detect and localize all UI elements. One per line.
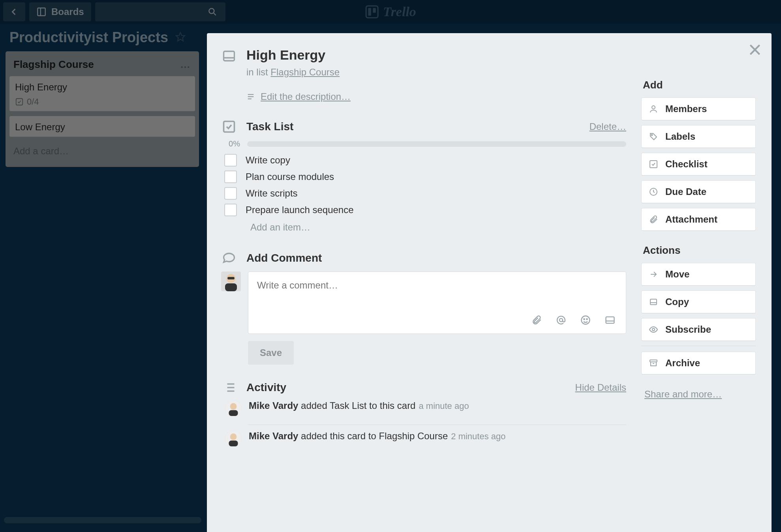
svg-rect-19 — [227, 277, 235, 279]
svg-point-20 — [559, 318, 563, 322]
svg-rect-40 — [650, 161, 657, 168]
svg-rect-24 — [606, 317, 614, 323]
checklist-item-label: Plan course modules — [246, 171, 334, 182]
close-icon — [747, 42, 763, 58]
edit-description[interactable]: Edit the description… — [246, 91, 626, 102]
svg-point-44 — [652, 328, 655, 331]
activity-text: added this card to Flagship Course — [298, 431, 448, 441]
attachment-button[interactable]: Attachment — [641, 208, 756, 231]
card-modal: High Energy in list Flagship Course Edit… — [207, 33, 772, 532]
emoji-icon[interactable] — [580, 315, 591, 327]
eye-icon — [649, 325, 658, 334]
divider — [641, 346, 756, 346]
svg-point-23 — [586, 319, 587, 320]
arrow-right-icon — [649, 270, 658, 279]
comment-input[interactable] — [248, 272, 626, 310]
svg-rect-42 — [650, 299, 657, 305]
user-avatar[interactable] — [225, 400, 242, 417]
archive-icon — [649, 358, 658, 368]
add-section-title: Add — [643, 79, 756, 91]
checklist-progress: 0% — [221, 139, 626, 148]
comment-box — [248, 272, 626, 334]
modal-main: High Energy in list Flagship Course Edit… — [221, 47, 626, 532]
svg-point-33 — [230, 403, 237, 410]
checklist-checkbox[interactable] — [224, 204, 237, 216]
activity-time: 2 minutes ago — [451, 431, 505, 441]
progress-percent: 0% — [221, 139, 240, 148]
save-comment-button[interactable]: Save — [248, 341, 294, 365]
user-avatar[interactable] — [221, 272, 241, 291]
mention-icon[interactable] — [556, 315, 567, 327]
activity-user[interactable]: Mike Vardy — [249, 431, 298, 441]
activity-user[interactable]: Mike Vardy — [249, 400, 298, 411]
checklist-item[interactable]: Plan course modules — [224, 170, 626, 183]
checklist-checkbox[interactable] — [224, 187, 237, 200]
edit-description-label: Edit the description… — [261, 91, 351, 102]
activity-item: Mike Vardy added Task List to this carda… — [225, 400, 626, 417]
user-avatar[interactable] — [225, 431, 242, 447]
activity-title: Activity — [246, 381, 566, 394]
attachment-icon — [649, 215, 658, 224]
actions-section-title: Actions — [643, 244, 756, 257]
add-comment-title: Add Comment — [246, 252, 626, 264]
in-list-link[interactable]: Flagship Course — [270, 67, 340, 77]
due-date-button[interactable]: Due Date — [641, 180, 756, 203]
clock-icon — [649, 187, 658, 197]
card-icon[interactable] — [605, 315, 616, 327]
checklist-checkbox[interactable] — [224, 154, 237, 167]
checklist-item-label: Write scripts — [246, 188, 298, 199]
svg-point-22 — [584, 319, 584, 320]
close-button[interactable] — [747, 42, 763, 59]
copy-button[interactable]: Copy — [641, 290, 756, 313]
svg-rect-18 — [225, 283, 237, 291]
attach-icon[interactable] — [531, 315, 542, 327]
checklist-item-label: Prepare launch sequence — [246, 204, 354, 215]
svg-point-36 — [230, 433, 237, 440]
comment-icon — [221, 251, 237, 265]
share-and-more[interactable]: Share and more… — [644, 389, 722, 400]
activity-text: added Task List to this card — [298, 400, 415, 411]
progress-bar — [247, 141, 626, 147]
checklist-item[interactable]: Write copy — [224, 154, 626, 167]
checklist-item-label: Write copy — [246, 155, 290, 166]
svg-rect-11 — [224, 51, 235, 61]
activity-time: a minute ago — [419, 401, 469, 411]
modal-card-title[interactable]: High Energy — [246, 47, 340, 63]
svg-rect-37 — [229, 440, 238, 446]
checklist-item[interactable]: Prepare launch sequence — [224, 204, 626, 216]
add-checklist-item[interactable]: Add an item… — [250, 222, 626, 233]
subscribe-button[interactable]: Subscribe — [641, 318, 756, 341]
members-button[interactable]: Members — [641, 97, 756, 120]
checklist-button[interactable]: Checklist — [641, 153, 756, 176]
in-list-text: in list Flagship Course — [246, 67, 340, 78]
members-icon — [649, 104, 658, 114]
labels-button[interactable]: Labels — [641, 125, 756, 148]
checklist-title[interactable]: Task List — [246, 120, 580, 133]
checklist-icon — [221, 120, 237, 134]
delete-checklist[interactable]: Delete… — [590, 121, 626, 132]
activity-icon — [221, 380, 237, 395]
hide-details[interactable]: Hide Details — [575, 382, 626, 393]
checklist-icon — [649, 159, 658, 169]
archive-button[interactable]: Archive — [641, 352, 756, 375]
divider — [248, 425, 626, 425]
checklist-checkbox[interactable] — [224, 170, 237, 183]
svg-point-21 — [582, 316, 590, 324]
move-button[interactable]: Move — [641, 263, 756, 286]
description-icon — [246, 92, 255, 101]
activity-item: Mike Vardy added this card to Flagship C… — [225, 431, 626, 447]
svg-rect-34 — [229, 410, 238, 416]
svg-rect-45 — [650, 360, 657, 362]
copy-icon — [649, 297, 658, 307]
svg-point-38 — [652, 106, 655, 109]
modal-sidebar: Add Members Labels Checklist Due Date At… — [641, 47, 756, 532]
svg-point-39 — [651, 135, 653, 136]
checklist-item[interactable]: Write scripts — [224, 187, 626, 200]
card-type-icon — [221, 47, 237, 63]
labels-icon — [649, 132, 658, 141]
